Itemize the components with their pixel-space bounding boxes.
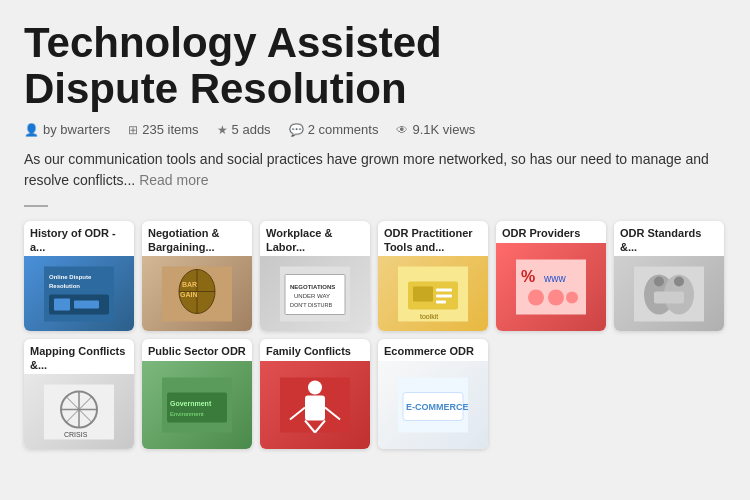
card-thumb-ecommerce-odr: E-COMMERCE [378,361,488,450]
card-odr-standards[interactable]: ODR Standards &... [614,221,724,331]
svg-text:CRISIS: CRISIS [64,430,88,437]
card-ecommerce-odr[interactable]: Ecommerce ODR E-COMMERCE [378,339,488,449]
card-mapping-conflicts[interactable]: Mapping Conflicts &... CRISIS [24,339,134,449]
svg-text:UNDER WAY: UNDER WAY [294,292,330,298]
description-text: As our communication tools and social pr… [24,149,726,191]
meta-row: 👤 by bwarters ⊞ 235 items ★ 5 adds 💬 2 c… [24,122,726,137]
star-icon: ★ [217,123,228,137]
views-count: 9.1K views [412,122,475,137]
cards-grid: History of ODR - a... Online Dispute Res… [24,221,726,449]
page-title: Technology AssistedDispute Resolution [24,20,726,112]
adds-meta: ★ 5 adds [217,122,271,137]
items-count: 235 items [142,122,198,137]
card-label-odr-standards: ODR Standards &... [614,221,724,255]
card-label-family-conflicts: Family Conflicts [260,339,370,360]
author-label: by bwarters [43,122,110,137]
cards-row-2: Mapping Conflicts &... CRISIS Public Sec… [24,339,726,449]
comments-meta: 💬 2 comments [289,122,379,137]
card-negotiation[interactable]: Negotiation & Bargaining... BAR GAIN [142,221,252,331]
card-history-odr[interactable]: History of ODR - a... Online Dispute Res… [24,221,134,331]
svg-rect-21 [436,294,452,297]
svg-rect-4 [54,298,70,310]
card-odr-practitioner[interactable]: ODR Practitioner Tools and... toolkit [378,221,488,331]
card-thumb-family-conflicts [260,361,370,450]
svg-rect-22 [436,300,446,303]
card-label-history-odr: History of ODR - a... [24,221,134,255]
svg-point-34 [674,276,684,286]
card-public-sector[interactable]: Public Sector ODR Government Environment [142,339,252,449]
card-label-odr-providers: ODR Providers [496,221,606,242]
card-thumb-public-sector: Government Environment [142,361,252,450]
card-workplace[interactable]: Workplace & Labor... NEGOTIATIONS UNDER … [260,221,370,331]
card-label-ecommerce-odr: Ecommerce ODR [378,339,488,360]
page-container: Technology AssistedDispute Resolution 👤 … [0,0,750,500]
read-more-link[interactable]: Read more [139,172,208,188]
card-odr-providers[interactable]: ODR Providers % www [496,221,606,331]
svg-point-33 [654,276,664,286]
svg-text:NEGOTIATIONS: NEGOTIATIONS [290,283,335,289]
user-icon: 👤 [24,123,39,137]
svg-text:DON'T DISTURB: DON'T DISTURB [290,301,333,307]
svg-rect-20 [436,288,452,291]
description-content: As our communication tools and social pr… [24,151,709,188]
svg-text:Resolution: Resolution [49,282,80,288]
svg-rect-5 [74,300,99,308]
card-thumb-workplace: NEGOTIATIONS UNDER WAY DON'T DISTURB [260,256,370,332]
svg-rect-49 [305,395,325,420]
svg-point-28 [548,289,564,305]
svg-text:Government: Government [170,399,212,406]
svg-text:GAIN: GAIN [180,290,198,297]
card-thumb-odr-practitioner: toolkit [378,256,488,332]
svg-text:Environment: Environment [170,410,204,416]
svg-text:BAR: BAR [182,280,197,287]
adds-count: 5 adds [232,122,271,137]
cards-row-1: History of ODR - a... Online Dispute Res… [24,221,726,331]
card-thumb-odr-providers: % www [496,243,606,332]
grid-icon: ⊞ [128,123,138,137]
card-thumb-odr-standards [614,256,724,332]
svg-rect-35 [654,291,684,303]
svg-text:www: www [543,272,566,283]
svg-point-27 [528,289,544,305]
card-label-negotiation: Negotiation & Bargaining... [142,221,252,255]
card-label-mapping-conflicts: Mapping Conflicts &... [24,339,134,373]
svg-text:Online Dispute: Online Dispute [49,273,92,279]
views-meta: 👁 9.1K views [396,122,475,137]
svg-point-29 [566,291,578,303]
svg-point-48 [308,380,322,394]
card-label-public-sector: Public Sector ODR [142,339,252,360]
svg-text:toolkit: toolkit [420,312,438,319]
card-label-workplace: Workplace & Labor... [260,221,370,255]
card-thumb-history-odr: Online Dispute Resolution [24,256,134,332]
eye-icon: 👁 [396,123,408,137]
card-thumb-mapping-conflicts: CRISIS [24,374,134,450]
svg-text:E-COMMERCE: E-COMMERCE [406,401,468,411]
items-meta: ⊞ 235 items [128,122,198,137]
svg-rect-19 [413,286,433,301]
svg-text:%: % [521,267,535,284]
card-family-conflicts[interactable]: Family Conflicts [260,339,370,449]
author-meta: 👤 by bwarters [24,122,110,137]
card-thumb-negotiation: BAR GAIN [142,256,252,332]
svg-rect-44 [167,392,227,422]
comment-icon: 💬 [289,123,304,137]
card-label-odr-practitioner: ODR Practitioner Tools and... [378,221,488,255]
divider [24,205,48,207]
comments-count: 2 comments [308,122,379,137]
